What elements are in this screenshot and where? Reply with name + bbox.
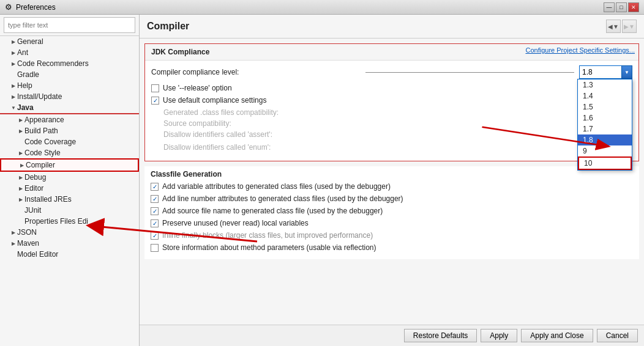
classfile-checkbox-0[interactable] (151, 183, 159, 191)
version-1.5[interactable]: 1.5 (578, 101, 632, 112)
apply-button[interactable]: Apply (481, 329, 517, 342)
arrow-icon (17, 149, 24, 156)
arrow-icon (17, 174, 24, 181)
close-button[interactable]: ✕ (628, 2, 639, 12)
maximize-button[interactable]: □ (616, 2, 627, 12)
arrow-icon (10, 229, 17, 236)
sidebar-item-help[interactable]: Help (0, 80, 139, 91)
arrow-icon (10, 251, 17, 258)
restore-defaults-button[interactable]: Restore Defaults (404, 329, 477, 342)
arrow-icon (17, 185, 24, 192)
sidebar-item-appearance[interactable]: Appearance (0, 114, 139, 125)
classfile-checkbox-1[interactable] (151, 195, 159, 203)
classfile-checkbox-5[interactable] (151, 244, 159, 252)
window-icon: ⚙ (5, 2, 12, 12)
classfile-checkbox-4[interactable] (151, 232, 159, 240)
classfile-checkbox-2[interactable] (151, 207, 159, 215)
arrow-icon (17, 138, 24, 145)
compliance-dropdown-list: 1.3 1.4 1.5 1.6 1.7 1.8 9 10 (577, 79, 632, 171)
configure-project-link[interactable]: Configure Project Specific Settings... (525, 46, 635, 54)
source-compat-label: Source compatibility: (163, 119, 632, 128)
window-title: Preferences (16, 3, 56, 12)
arrow-icon (17, 218, 24, 225)
sidebar-item-java[interactable]: Java (0, 102, 139, 114)
arrow-icon (17, 116, 24, 123)
forward-button[interactable]: ▶▼ (622, 20, 637, 33)
minimize-button[interactable]: — (604, 2, 615, 12)
version-1.7[interactable]: 1.7 (578, 123, 632, 134)
arrow-icon (17, 207, 24, 214)
sidebar-item-code-style[interactable]: Code Style (0, 147, 139, 158)
compliance-label: Compiler compliance level: (151, 68, 361, 76)
release-option-row: Use '--release' option (151, 84, 632, 92)
classfile-checkbox-3[interactable] (151, 219, 159, 227)
panel-title: Compiler (147, 21, 606, 32)
arrow-icon (10, 240, 17, 247)
sidebar-item-build-path[interactable]: Build Path (0, 125, 139, 136)
default-compliance-checkbox[interactable] (151, 97, 159, 105)
source-compat-row: Source compatibility: (151, 119, 632, 128)
version-1.8[interactable]: 1.8 (578, 134, 632, 145)
bottom-buttons: Restore Defaults Apply Apply and Close C… (140, 325, 644, 346)
disallow-assert-row: Disallow identifiers called 'assert': (151, 130, 632, 139)
version-10[interactable]: 10 (578, 156, 632, 170)
sidebar-item-code-coverage[interactable]: Code Coverage (0, 136, 139, 147)
jdk-section: Configure Project Specific Settings... J… (144, 43, 639, 161)
arrow-icon (10, 104, 17, 111)
sidebar-item-install-update[interactable]: Install/Update (0, 91, 139, 102)
arrow-icon (10, 49, 17, 56)
content-area: General Ant Code Recommenders Gradle Hel… (0, 15, 644, 346)
classfile-section: Classfile Generation Add variable attrib… (144, 166, 639, 259)
sidebar-item-maven[interactable]: Maven (0, 238, 139, 249)
version-9[interactable]: 9 (578, 145, 632, 156)
sidebar-item-model-editor[interactable]: Model Editor (0, 249, 139, 260)
panel-content: Configure Project Specific Settings... J… (140, 39, 644, 325)
sidebar-item-gradle[interactable]: Gradle (0, 69, 139, 80)
sidebar-item-editor[interactable]: Editor (0, 183, 139, 194)
compliance-value[interactable]: 1.8 (579, 65, 622, 79)
compliance-dropdown-arrow[interactable]: ▼ (621, 65, 632, 79)
apply-close-button[interactable]: Apply and Close (521, 329, 593, 342)
classfile-item-5: Store information about method parameter… (151, 243, 633, 252)
compliance-dropdown-container: 1.8 ▼ 1.3 1.4 1.5 1.6 1.7 (579, 65, 632, 79)
panel-header: Compiler ◀▼ ▶▼ (140, 15, 644, 39)
title-bar: ⚙ Preferences — □ ✕ (0, 0, 644, 15)
generated-class-row: Generated .class files compatibility: (151, 108, 632, 117)
arrow-icon (17, 196, 24, 203)
sidebar-item-code-recommenders[interactable]: Code Recommenders (0, 58, 139, 69)
classfile-item-1: Add line number attributes to generated … (151, 194, 633, 203)
main-container: General Ant Code Recommenders Gradle Hel… (0, 15, 644, 346)
default-compliance-row: Use default compliance settings (151, 96, 632, 105)
back-button[interactable]: ◀▼ (606, 20, 621, 33)
filter-box (0, 15, 139, 36)
disallow-assert-label: Disallow identifiers called 'assert': (163, 130, 632, 139)
version-1.6[interactable]: 1.6 (578, 112, 632, 123)
sidebar-item-installed-jres[interactable]: Installed JREs (0, 194, 139, 205)
classfile-item-0: Add variable attributes to generated cla… (151, 182, 633, 191)
sidebar-item-compiler[interactable]: Compiler (0, 158, 139, 172)
arrow-icon (10, 38, 17, 45)
generated-class-label: Generated .class files compatibility: (163, 108, 632, 117)
release-option-label: Use '--release' option (163, 84, 232, 92)
arrow-icon (18, 161, 26, 169)
tree-area: General Ant Code Recommenders Gradle Hel… (0, 36, 139, 346)
sidebar-item-ant[interactable]: Ant (0, 47, 139, 58)
arrow-icon (10, 71, 17, 78)
sidebar-item-json[interactable]: JSON (0, 227, 139, 238)
sidebar-item-junit[interactable]: JUnit (0, 205, 139, 216)
arrow-icon (10, 60, 17, 67)
sidebar-item-general[interactable]: General (0, 36, 139, 47)
sidebar-item-debug[interactable]: Debug (0, 172, 139, 183)
arrow-icon (10, 93, 17, 100)
cancel-button[interactable]: Cancel (597, 329, 638, 342)
sidebar-item-properties-files[interactable]: Properties Files Edi (0, 216, 139, 227)
filter-input[interactable] (4, 17, 135, 33)
jdk-wrapper: Configure Project Specific Settings... J… (140, 43, 644, 161)
classfile-title: Classfile Generation (151, 170, 633, 179)
compliance-row: Compiler compliance level: 1.8 ▼ 1.3 1.4 (151, 65, 632, 79)
version-1.3[interactable]: 1.3 (578, 79, 632, 90)
release-option-checkbox[interactable] (151, 84, 159, 92)
nav-buttons: ◀▼ ▶▼ (606, 20, 637, 33)
classfile-item-3: Preserve unused (never read) local varia… (151, 219, 633, 227)
version-1.4[interactable]: 1.4 (578, 90, 632, 101)
